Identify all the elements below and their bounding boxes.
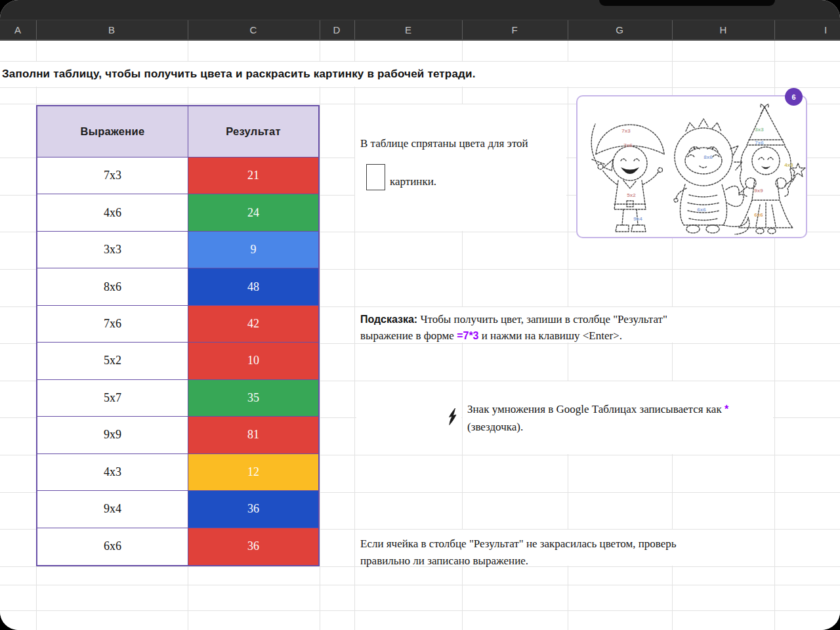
result-cell[interactable]: 81 [188,417,318,453]
picture-label: 9x4 [633,216,642,222]
lightning-icon [446,408,458,427]
column-header-D[interactable]: D [333,20,341,40]
expression-cell[interactable]: 7x3 [37,158,188,194]
expression-cell[interactable]: 5x2 [37,343,188,379]
column-separator [354,20,355,40]
expression-cell[interactable]: 4x3 [37,454,188,491]
coloring-picture [578,96,806,237]
column-header-I[interactable]: I [824,20,827,40]
intro-note-line2: картинки. [390,175,436,188]
check-note-line2: правильно ли записано выражение. [360,555,528,568]
result-cell[interactable]: 10 [188,343,318,379]
hint-line1: Подсказка: Чтобы получить цвет, запиши в… [360,313,667,326]
hint-text2-post: и нажми на клавишу <Enter>. [479,329,622,342]
expression-cell[interactable]: 9x9 [37,417,188,453]
picture-label: 5x2 [627,192,635,198]
column-separator [568,20,568,40]
picture-label: 4x3 [784,162,793,168]
worksheet-image: 7x37x65x29x48x66x63x37x69x94x36x6 6 [576,95,807,238]
column-header-H[interactable]: H [720,20,727,40]
gridline-vertical [320,41,320,630]
page-title: Заполни таблицу, чтобы получить цвета и … [2,68,476,81]
multiply-star: * [724,404,728,415]
picture-label: 3x3 [755,127,763,133]
lightning-icon-cell [356,381,461,454]
hint-text2-pre: выражение в форме [360,329,457,342]
picture-label: 8x6 [704,154,712,160]
table-header-expression[interactable]: Выражение [37,106,188,158]
column-separator [320,20,320,40]
expression-cell[interactable]: 4x6 [37,194,188,231]
table-header-result[interactable]: Результат [188,106,318,158]
picture-label: 7x3 [621,128,630,134]
color-swatch-placeholder [366,164,385,190]
expression-cell[interactable]: 5x7 [37,380,188,417]
top-notch [599,0,775,6]
hint-formula: =7*3 [457,330,478,341]
multiply-note-line1: Знак умножения в Google Таблицах записыв… [467,403,728,416]
expression-result-table[interactable]: Выражение Результат 7x3214x6243x398x6487… [36,105,320,566]
multiply-note-line2: (звездочка). [467,421,523,434]
column-separator [462,20,463,40]
expression-cell[interactable]: 6x6 [37,528,188,565]
result-cell[interactable]: 36 [188,491,318,528]
result-cell[interactable]: 24 [188,194,318,231]
gridline-horizontal [0,610,840,611]
hint-note-cell[interactable]: Подсказка: Чтобы получить цвет, запиши в… [355,307,773,343]
step-badge: 6 [785,88,803,106]
result-cell[interactable]: 9 [188,232,318,268]
hint-line2: выражение в форме =7*3 и нажми на клавиш… [360,329,622,343]
screen: ABCDEFGHI Заполни таблицу, чтобы получит… [0,0,840,630]
multiply-note-text: Знак умножения в Google Таблицах записыв… [467,403,724,415]
result-cell[interactable]: 48 [188,268,318,305]
column-header-E[interactable]: E [405,20,411,40]
result-cell[interactable]: 12 [188,454,318,491]
intro-note-line1: В таблице спрятаны цвета для этой [360,137,528,150]
result-cell[interactable]: 42 [188,306,318,343]
gridline-horizontal [0,585,840,585]
title-cell[interactable]: Заполни таблицу, чтобы получить цвета и … [0,62,669,87]
column-separator [774,20,775,40]
result-cell[interactable]: 35 [188,380,318,417]
check-note-line1: Если ячейка в столбце "Результат" не зак… [360,537,677,551]
column-header-A[interactable]: A [14,20,21,40]
column-header-B[interactable]: B [108,20,115,40]
picture-label: 6x6 [697,207,705,213]
picture-label: 7x6 [623,142,632,148]
column-header-G[interactable]: G [616,20,623,40]
column-separator [36,20,37,40]
expression-cell[interactable]: 7x6 [37,306,188,343]
spreadsheet-window: ABCDEFGHI Заполни таблицу, чтобы получит… [0,0,840,630]
expression-cell[interactable]: 8x6 [37,268,188,305]
column-separator [188,20,188,40]
column-separator [672,20,673,40]
hint-label: Подсказка: [360,314,417,325]
column-header-C[interactable]: C [250,20,257,40]
column-header-F[interactable]: F [511,20,517,40]
picture-label: 7x6 [755,140,763,146]
column-header-row[interactable]: ABCDEFGHI [0,20,840,39]
expression-cell[interactable]: 9x4 [37,491,188,528]
check-note-cell[interactable]: Если ячейка в столбце "Результат" не зак… [355,530,773,566]
result-cell[interactable]: 21 [188,158,318,194]
hint-text1: Чтобы получить цвет, запиши в столбце "Р… [417,313,667,326]
gridline-horizontal [0,87,840,88]
picture-label: 6x6 [754,212,763,218]
result-cell[interactable]: 36 [188,528,318,565]
expression-cell[interactable]: 3x3 [37,232,188,268]
picture-label: 9x9 [754,188,763,194]
multiply-note-cell[interactable]: Знак умножения в Google Таблицах записыв… [463,381,773,454]
intro-note-cell[interactable]: В таблице спрятаны цвета для этой картин… [355,104,566,231]
